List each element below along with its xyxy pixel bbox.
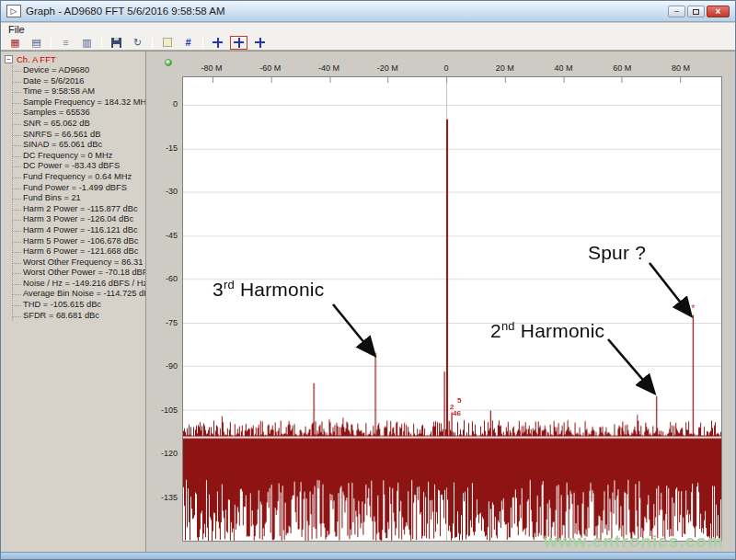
annotation-sup: nd — [501, 319, 515, 333]
x-tick-label: 60 M — [613, 63, 631, 73]
x-tick-label: 40 M — [554, 63, 572, 73]
tree-item: Average Bin Noise = -114.725 dBFS — [13, 289, 145, 300]
collapse-icon[interactable]: − — [5, 55, 13, 63]
annotation-3rd-harmonic: 3rd Harmonic — [213, 278, 324, 301]
fit-vertical-icon[interactable] — [251, 36, 269, 50]
tree-item: Time = 9:58:58 AM — [13, 86, 145, 97]
annotation-spur: Spur ? — [588, 241, 646, 264]
x-tick-label: 20 M — [496, 63, 514, 73]
toolbar-separator — [101, 37, 102, 49]
tree-item: SFDR = 68.681 dBc — [13, 311, 145, 322]
status-led-icon — [165, 59, 172, 66]
close-button[interactable]: × — [707, 6, 730, 17]
window-bottom-frame — [1, 552, 735, 559]
fit-vertical-icon — [255, 38, 265, 48]
tree-item: Fund Bins = 21 — [13, 193, 145, 204]
annotation-text: 2 — [490, 320, 501, 341]
tree-item: SNR = 65.062 dB — [13, 119, 145, 130]
y-tick-label: -15 — [150, 143, 178, 153]
save-icon — [111, 38, 121, 48]
results-tree-panel: − Ch. A FFT Device = AD9680Date = 5/6/20… — [1, 51, 146, 553]
tree-item: DC Frequency = 0 MHz — [13, 151, 145, 162]
tree-item: Device = AD9680 — [13, 65, 145, 76]
tree-item: Worst Other Power = -70.18 dBFS — [13, 268, 145, 279]
export-refresh-icon[interactable]: ↻ — [129, 36, 146, 50]
tree-item: Harm 3 Power = -126.04 dBc — [13, 214, 145, 225]
tree-item: Harm 6 Power = -121.668 dBc — [13, 246, 145, 257]
fft-chart-icon[interactable]: ▦ — [6, 36, 24, 50]
tree-item: Samples = 65536 — [13, 108, 145, 119]
x-tick-label: -80 M — [201, 63, 222, 73]
annotation-text: Harmonic — [515, 320, 605, 341]
y-tick-label: -135 — [150, 493, 178, 502]
save-icon[interactable] — [108, 36, 125, 50]
window-title: Graph - AD9680 FFT 5/6/2016 9:58:58 AM — [26, 6, 225, 17]
cursor-label-icon[interactable]: ▥ — [78, 36, 96, 50]
annotation-text: Spur ? — [588, 242, 646, 263]
x-tick-label: -40 M — [318, 63, 339, 73]
x-tick-label: -60 M — [259, 63, 281, 73]
app-icon: ▷ — [6, 5, 21, 17]
y-tick-label: -90 — [150, 361, 178, 371]
tree-item: Sample Frequency = 184.32 MHz — [13, 97, 145, 109]
fit-both-icon — [234, 38, 244, 48]
maximize-icon — [693, 9, 699, 15]
fit-horizontal-icon — [213, 38, 223, 48]
annotation-text: 3 — [213, 279, 224, 300]
y-tick-label: -105 — [150, 406, 178, 415]
y-tick-label: -60 — [150, 274, 178, 283]
tree-root-label: Ch. A FFT — [17, 54, 56, 64]
titlebar[interactable]: ▷ Graph - AD9680 FFT 5/6/2016 9:58:58 AM… — [1, 1, 735, 22]
form-window-icon[interactable]: ▤ — [28, 36, 45, 50]
color-box-icon — [163, 38, 172, 47]
tree-item: Harm 4 Power = -116.121 dBc — [13, 225, 145, 236]
tree-item: Fund Frequency = 0.64 MHz — [13, 172, 145, 183]
watermark: www.cntronics.com — [544, 531, 724, 552]
tree-root[interactable]: − Ch. A FFT — [5, 54, 145, 64]
tree-item: THD = -105.615 dBc — [13, 300, 145, 311]
toolbar: ▦▤≡▥↻# — [1, 35, 735, 51]
y-tick-label: -45 — [150, 231, 178, 240]
minimize-button[interactable]: – — [668, 6, 685, 17]
fit-horizontal-icon[interactable] — [209, 36, 226, 50]
tree-item: Date = 5/6/2016 — [13, 76, 145, 87]
x-tick-label: 0 — [443, 63, 448, 73]
list-view-icon[interactable]: ≡ — [57, 36, 75, 50]
grid-toggle-icon[interactable]: # — [179, 36, 197, 50]
tree-item: SINAD = 65.061 dBc — [13, 140, 145, 151]
tree-item: Fund Power = -1.499 dBFS — [13, 183, 145, 194]
tree-item: Noise / Hz = -149.216 dBFS / Hz — [13, 279, 145, 290]
menu-file[interactable]: File — [1, 24, 32, 35]
fit-both-icon[interactable] — [230, 36, 247, 50]
menubar: File — [1, 23, 735, 35]
annotation-2nd-harmonic: 2nd Harmonic — [490, 319, 604, 342]
y-tick-label: -120 — [150, 449, 178, 458]
maximize-button[interactable] — [687, 6, 705, 17]
y-tick-label: -75 — [150, 318, 178, 327]
tree-item: SNRFS = 66.561 dB — [13, 130, 145, 141]
tree-items: Device = AD9680Date = 5/6/2016Time = 9:5… — [12, 65, 145, 321]
bin-marker-label: 46 — [453, 409, 461, 417]
x-tick-label: -20 M — [377, 63, 398, 73]
tree-item: Harm 2 Power = -115.877 dBc — [13, 204, 145, 215]
toolbar-separator — [152, 37, 153, 49]
toolbar-separator — [51, 37, 52, 49]
bin-marker-label: 5 — [457, 396, 461, 405]
x-tick-label: 80 M — [672, 63, 690, 73]
fft-plot[interactable] — [182, 76, 722, 542]
annotation-text: Harmonic — [235, 279, 325, 300]
toolbar-separator — [202, 37, 203, 49]
annotation-sup: rd — [224, 278, 235, 291]
color-box-icon[interactable] — [158, 36, 176, 50]
tree-item: Harm 5 Power = -106.678 dBc — [13, 236, 145, 247]
app-window: ▷ Graph - AD9680 FFT 5/6/2016 9:58:58 AM… — [0, 0, 736, 560]
y-tick-label: 0 — [150, 99, 178, 109]
graph-panel: -80 M-60 M-40 M-20 M020 M40 M60 M80 M 0-… — [146, 51, 735, 553]
tree-item: Worst Other Frequency = 86.31 MHz — [13, 257, 145, 269]
tree-item: DC Power = -83.43 dBFS — [13, 161, 145, 172]
y-tick-label: -30 — [150, 187, 178, 196]
